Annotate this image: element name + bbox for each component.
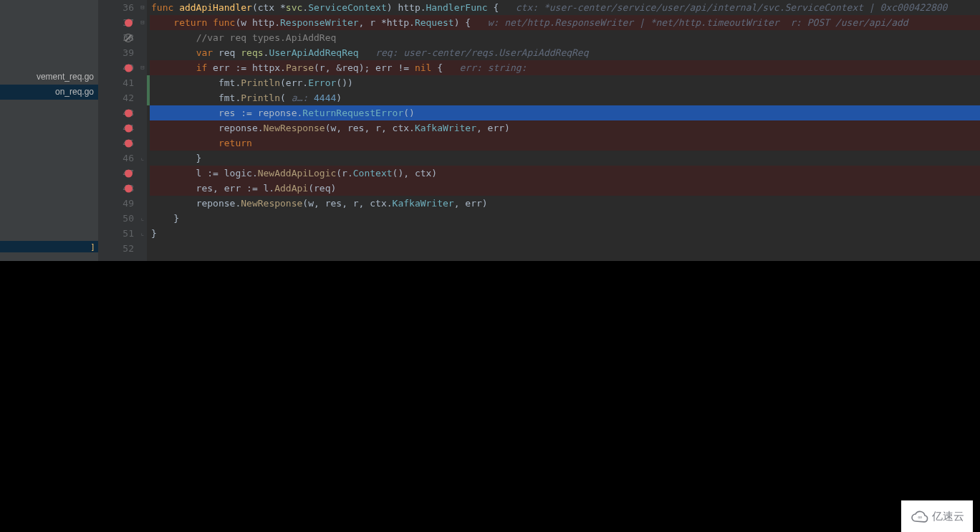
code-token: HandlerFunc bbox=[426, 2, 488, 13]
code-line[interactable]: res := reponse.ReturnRequestError() bbox=[150, 105, 980, 120]
code-token: AddApi bbox=[274, 183, 308, 194]
code-line[interactable]: func addApiHandler(ctx *svc.ServiceConte… bbox=[150, 0, 980, 15]
code-token: err: string: bbox=[460, 62, 527, 73]
code-token: reponse bbox=[258, 108, 297, 118]
code-token: 4444 bbox=[314, 92, 336, 103]
code-token: ctx: *user-center/service/user/api/inter… bbox=[516, 2, 948, 13]
breakpoint-icon[interactable] bbox=[125, 19, 133, 27]
code-token: //var req types.ApiAddReq bbox=[196, 32, 337, 43]
breakpoint-icon[interactable] bbox=[125, 139, 133, 147]
gutter-line[interactable]: 45 bbox=[98, 136, 138, 151]
gutter-line[interactable]: 44 bbox=[98, 120, 138, 136]
sidebar-file[interactable]: vement_req.go bbox=[0, 70, 98, 85]
code-token: Parse bbox=[286, 62, 314, 73]
gutter-line[interactable]: 48 bbox=[98, 181, 138, 196]
code-token: (), ctx) bbox=[393, 168, 438, 179]
gutter-line[interactable]: 40 bbox=[98, 60, 138, 75]
cloud-icon: ∞ bbox=[911, 509, 929, 523]
breakpoint-icon[interactable] bbox=[125, 169, 133, 177]
code-token: } bbox=[151, 213, 179, 224]
code-line[interactable]: var req reqs.UserApiAddReqReq req: user-… bbox=[150, 45, 980, 60]
code-token: KafkaWriter bbox=[415, 123, 476, 133]
code-editor[interactable]: 3637383940414243444546474849505152 ⊟⊟⊟⌞⌞… bbox=[98, 0, 980, 261]
code-token: NewResponse bbox=[241, 198, 302, 209]
code-token: { bbox=[431, 62, 459, 73]
code-token: var bbox=[196, 47, 218, 58]
breakpoint-icon[interactable] bbox=[125, 109, 133, 117]
code-line[interactable] bbox=[150, 241, 980, 256]
code-line[interactable]: return func(w http.ResponseWriter, r *ht… bbox=[150, 15, 980, 30]
code-token: (req) bbox=[308, 183, 336, 194]
fold-close-icon[interactable]: ⌞ bbox=[139, 154, 146, 161]
fold-open-icon[interactable]: ⊟ bbox=[139, 4, 146, 11]
code-token: ) bbox=[336, 92, 342, 103]
line-number: 46 bbox=[115, 151, 135, 166]
code-line[interactable]: } bbox=[150, 226, 980, 241]
breakpoint-icon[interactable] bbox=[125, 64, 133, 72]
code-line[interactable]: reponse.NewResponse(w, res, r, ctx.Kafka… bbox=[150, 196, 980, 211]
gutter-line[interactable]: 50 bbox=[98, 211, 138, 226]
code-token: ( bbox=[280, 92, 292, 103]
code-token: . bbox=[274, 17, 280, 28]
fold-open-icon[interactable]: ⊟ bbox=[139, 19, 146, 26]
gutter-line[interactable]: 46 bbox=[98, 151, 138, 166]
code-token: , err) bbox=[454, 198, 488, 209]
code-line[interactable]: } bbox=[150, 211, 980, 226]
gutter-line[interactable]: 51 bbox=[98, 226, 138, 241]
code-token: ) { bbox=[454, 17, 488, 28]
code-token: reqs bbox=[241, 47, 263, 58]
code-token: () bbox=[403, 108, 415, 118]
code-token: ReturnRequestError bbox=[302, 108, 403, 118]
code-token: (r. bbox=[336, 168, 352, 179]
gutter-line[interactable]: 39 bbox=[98, 45, 138, 60]
code-token: . bbox=[421, 2, 426, 13]
code-token: ) bbox=[387, 2, 398, 13]
code-line[interactable]: res, err := l.AddApi(req) bbox=[150, 181, 980, 196]
code-line[interactable]: if err := httpx.Parse(r, &req); err != n… bbox=[150, 60, 980, 75]
code-token bbox=[151, 62, 196, 73]
breakpoint-icon[interactable] bbox=[125, 124, 133, 132]
code-token: http bbox=[398, 2, 420, 13]
code-line[interactable]: fmt.Println(err.Error()) bbox=[150, 75, 980, 90]
gutter-line[interactable]: 36 bbox=[98, 0, 138, 15]
code-token: return bbox=[218, 138, 252, 148]
line-number: 49 bbox=[115, 196, 135, 211]
code-line[interactable]: reponse.NewResponse(w, res, r, ctx.Kafka… bbox=[150, 120, 980, 136]
code-line[interactable]: fmt.Println( a…: 4444) bbox=[150, 90, 980, 105]
project-sidebar[interactable]: vement_req.go on_req.go ] bbox=[0, 0, 98, 261]
code-token: Context bbox=[353, 168, 393, 179]
gutter-line[interactable]: 49 bbox=[98, 196, 138, 211]
disabled-icon[interactable] bbox=[124, 34, 133, 42]
sidebar-other-item[interactable]: ] bbox=[0, 241, 98, 252]
code-line[interactable]: return bbox=[150, 136, 980, 151]
fold-close-icon[interactable]: ⌞ bbox=[139, 229, 146, 237]
svg-text:∞: ∞ bbox=[918, 514, 922, 521]
code-line[interactable]: } bbox=[150, 151, 980, 166]
fold-close-icon[interactable]: ⌞ bbox=[139, 214, 146, 222]
code-line[interactable]: l := logic.NewAddApiLogic(r.Context(), c… bbox=[150, 166, 980, 181]
sidebar-file[interactable]: on_req.go bbox=[0, 85, 98, 100]
gutter-line[interactable]: 47 bbox=[98, 166, 138, 181]
gutter-line[interactable]: 41 bbox=[98, 75, 138, 90]
code-area[interactable]: func addApiHandler(ctx *svc.ServiceConte… bbox=[150, 0, 980, 261]
line-number: 51 bbox=[115, 226, 135, 241]
code-token: (r, &req); err != bbox=[314, 62, 415, 73]
line-number: 36 bbox=[115, 0, 135, 15]
code-token: (w, res, r, ctx. bbox=[325, 123, 415, 133]
editor-gutter[interactable]: 3637383940414243444546474849505152 bbox=[98, 0, 138, 261]
gutter-line[interactable]: 42 bbox=[98, 90, 138, 105]
fold-column[interactable]: ⊟⊟⊟⌞⌞⌞ bbox=[138, 0, 147, 261]
code-token: return func bbox=[173, 17, 235, 28]
sidebar-file-list: vement_req.go on_req.go bbox=[0, 70, 98, 100]
code-token: (w bbox=[235, 17, 251, 28]
code-token: } bbox=[151, 153, 201, 163]
breakpoint-icon[interactable] bbox=[125, 184, 133, 192]
code-line[interactable]: //var req types.ApiAddReq bbox=[150, 30, 980, 45]
gutter-line[interactable]: 52 bbox=[98, 241, 138, 256]
code-token: nil bbox=[415, 62, 431, 73]
gutter-line[interactable]: 37 bbox=[98, 15, 138, 30]
gutter-line[interactable]: 43 bbox=[98, 105, 138, 120]
code-token: if bbox=[196, 62, 213, 73]
fold-open-icon[interactable]: ⊟ bbox=[139, 64, 146, 71]
gutter-line[interactable]: 38 bbox=[98, 30, 138, 45]
